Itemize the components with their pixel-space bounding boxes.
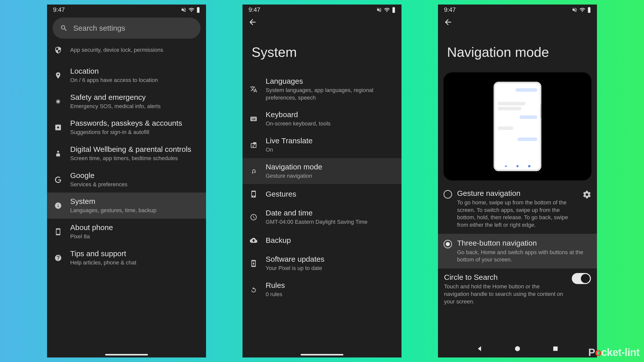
settings-item-about[interactable]: About phonePixel 8a <box>47 219 206 245</box>
search-placeholder: Search settings <box>73 24 125 32</box>
location-icon <box>54 72 62 79</box>
item-title: Software updates <box>266 255 395 263</box>
item-title: Date and time <box>266 209 395 217</box>
system-item-rules[interactable]: Rules0 rules <box>243 277 401 303</box>
settings-item-system[interactable]: SystemLanguages, gestures, time, backup <box>47 193 206 219</box>
asterisk-icon <box>54 98 62 105</box>
nav-home-icon[interactable] <box>514 345 521 352</box>
battery-icon <box>392 7 395 13</box>
item-title: Passwords, passkeys & accounts <box>70 119 199 127</box>
settings-item-safety[interactable]: Safety and emergencyEmergency SOS, medic… <box>47 88 206 115</box>
item-title: Gestures <box>266 190 395 198</box>
top-bar <box>243 15 401 29</box>
nav-preview <box>444 72 591 180</box>
system-item-gestures[interactable]: Gestures <box>243 184 401 204</box>
option-title: Three-button navigation <box>457 239 591 247</box>
option-three-button[interactable]: Three-button navigation Go back, Home an… <box>438 234 597 268</box>
status-icons <box>572 7 591 13</box>
system-item-navigation[interactable]: Navigation modeGesture navigation <box>243 158 401 184</box>
wellbeing-icon <box>54 150 62 157</box>
gear-icon <box>582 190 591 199</box>
search-icon <box>60 24 68 32</box>
swipe-icon <box>250 167 257 175</box>
settings-item-tips[interactable]: Tips and supportHelp articles, phone & c… <box>47 245 206 271</box>
nav-recents-icon[interactable] <box>552 345 559 352</box>
system-item-languages[interactable]: LanguagesSystem languages, app languages… <box>243 72 401 106</box>
mute-icon <box>572 7 577 13</box>
info-icon <box>54 202 62 209</box>
top-bar <box>438 15 597 29</box>
system-list[interactable]: LanguagesSystem languages, app languages… <box>243 72 401 357</box>
item-subtitle: On <box>266 146 395 154</box>
backup-icon <box>250 237 257 244</box>
watermark: Pocket-lint <box>588 346 639 358</box>
mute-icon <box>181 7 186 13</box>
item-title: Google <box>70 171 199 180</box>
status-bar: 9:47 <box>438 5 597 15</box>
system-item-updates[interactable]: Software updatesYour Pixel is up to date <box>243 250 401 277</box>
option-desc: To go home, swipe up from the bot­tom of… <box>457 199 577 229</box>
battery-icon <box>587 7 591 13</box>
item-title: Digital Wellbeing & parental controls <box>70 145 199 154</box>
back-button[interactable] <box>248 18 257 27</box>
item-title: Safety and emergency <box>70 93 199 102</box>
wifi-icon <box>384 7 390 13</box>
option-title: Gesture navigation <box>457 189 577 198</box>
item-title: Navigation mode <box>266 163 395 171</box>
item-title: System <box>70 197 199 206</box>
radio-gesture[interactable] <box>444 190 452 199</box>
wifi-icon <box>579 7 585 13</box>
status-icons <box>376 7 395 13</box>
status-time: 9:47 <box>53 6 65 13</box>
cts-toggle[interactable] <box>572 273 591 284</box>
system-screen: 9:47 System LanguagesSystem languages, a… <box>243 5 401 357</box>
item-title: Rules <box>266 281 395 290</box>
settings-item-security[interactable]: App security, device lock, permissions <box>47 42 206 62</box>
status-time: 9:47 <box>249 6 260 13</box>
three-button-navbar <box>438 342 597 355</box>
item-subtitle: Suggestions for sign-in & autofill <box>70 128 199 136</box>
back-button[interactable] <box>444 18 453 27</box>
item-title: Location <box>70 67 199 75</box>
language-icon <box>250 85 257 93</box>
page-title: Navigation mode <box>438 29 597 72</box>
item-subtitle: System languages, app languages, regiona… <box>266 86 395 101</box>
radio-three-button[interactable] <box>444 240 452 248</box>
battery-icon <box>196 7 200 13</box>
settings-list[interactable]: App security, device lock, permissions L… <box>47 42 206 357</box>
gesture-settings-button[interactable] <box>582 190 591 199</box>
nav-handle[interactable] <box>301 354 343 355</box>
page-title: System <box>243 29 401 72</box>
settings-main-screen: 9:47 Search settings App security, devic… <box>47 5 206 357</box>
nav-back-icon[interactable] <box>476 345 483 352</box>
item-subtitle: Help articles, phone & chat <box>70 259 199 266</box>
mute-icon <box>376 7 382 13</box>
nav-handle[interactable] <box>105 354 148 355</box>
help-icon <box>54 254 62 262</box>
cts-title: Circle to Search <box>444 273 566 282</box>
item-title: Languages <box>266 77 395 85</box>
status-bar: 9:47 <box>47 5 206 15</box>
preview-phone <box>494 82 541 171</box>
settings-item-google[interactable]: GoogleServices & preferences <box>47 167 206 193</box>
system-item-datetime[interactable]: Date and timeGMT-04:00 Eastern Daylight … <box>243 204 401 230</box>
system-item-translate[interactable]: Live TranslateOn <box>243 132 401 158</box>
search-settings[interactable]: Search settings <box>53 18 200 39</box>
settings-item-passwords[interactable]: Passwords, passkeys & accountsSuggestion… <box>47 114 206 141</box>
circle-to-search: Circle to Search Touch and hold the Home… <box>438 268 597 310</box>
item-subtitle: Languages, gestures, time, backup <box>70 207 199 214</box>
svg-rect-1 <box>553 346 558 351</box>
rules-icon <box>250 286 257 293</box>
option-gesture-nav[interactable]: Gesture navigation To go home, swipe up … <box>438 184 597 234</box>
item-title: Keyboard <box>266 110 395 119</box>
key-icon <box>54 124 62 131</box>
item-title: About phone <box>70 223 199 232</box>
settings-item-location[interactable]: LocationOn / 6 apps have access to locat… <box>47 62 206 88</box>
status-bar: 9:47 <box>243 5 401 15</box>
option-desc: Go back, Home and switch apps with butto… <box>457 249 591 263</box>
item-title: Tips and support <box>70 249 199 258</box>
system-item-keyboard[interactable]: KeyboardOn-screen keyboard, tools <box>243 106 401 132</box>
item-title: Backup <box>266 236 395 245</box>
system-item-backup[interactable]: Backup <box>243 230 401 250</box>
settings-item-wellbeing[interactable]: Digital Wellbeing & parental controlsScr… <box>47 141 206 167</box>
